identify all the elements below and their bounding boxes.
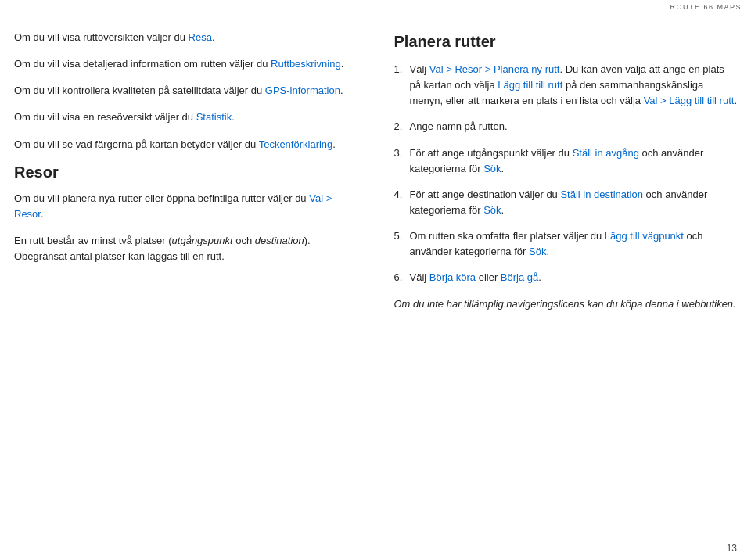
item-1-text: Välj Val > Resor > Planera ny rutt. Du k…: [410, 62, 738, 109]
resa-text-before: Om du vill visa ruttöversikten väljer du: [14, 31, 189, 43]
item1-before: Välj: [410, 63, 429, 75]
item4-link1[interactable]: Ställ in destination: [560, 188, 643, 200]
item-6-text: Välj Börja köra eller Börja gå.: [410, 270, 738, 285]
item1-link2[interactable]: Lägg till till rutt: [498, 79, 562, 91]
item6-before: Välj: [410, 271, 429, 283]
resor-detail-italic1: utgångspunkt: [172, 235, 233, 246]
tecken-link[interactable]: Teckenförklaring: [259, 138, 333, 150]
gps-text-after: .: [340, 84, 343, 96]
list-item-6: 6. Välj Börja köra eller Börja gå.: [394, 270, 738, 285]
item-4-text: För att ange destination väljer du Ställ…: [410, 187, 738, 218]
gps-link[interactable]: GPS-information: [265, 84, 340, 96]
item5-link2[interactable]: Sök: [529, 246, 546, 257]
item3-end: .: [501, 163, 505, 174]
left-column: Om du vill visa ruttöversikten väljer du…: [0, 22, 376, 537]
item-5-text: Om rutten ska omfatta fler platser välje…: [410, 228, 738, 260]
list-item-4: 4. För att ange destination väljer du St…: [394, 187, 738, 218]
item-5-num: 5.: [394, 228, 410, 260]
statistik-link[interactable]: Statistik: [196, 111, 232, 123]
tecken-text-after: .: [332, 138, 336, 150]
tecken-text-before: Om du vill se vad färgerna på kartan bet…: [14, 138, 259, 150]
paragraph-teckenforklaring: Om du vill se vad färgerna på kartan bet…: [14, 137, 358, 153]
page-brand: Route 66 Maps: [670, 3, 742, 11]
item5-link1[interactable]: Lägg till vägpunkt: [605, 230, 684, 242]
ruttbeskrivning-text-before: Om du vill visa detaljerad information o…: [14, 58, 271, 70]
paragraph-gps: Om du vill kontrollera kvaliteten på sat…: [14, 83, 358, 99]
item3-before: För att ange utgångspunkt väljer du: [410, 147, 573, 159]
item-1-num: 1.: [394, 62, 410, 109]
ruttbeskrivning-text-after: .: [341, 58, 344, 70]
resor-detail-before: En rutt består av minst två platser (: [14, 235, 172, 246]
item5-end: .: [546, 246, 549, 257]
item1-link1[interactable]: Val > Resor > Planera ny rutt: [429, 63, 560, 75]
item6-middle: eller: [476, 271, 501, 283]
gps-text-before: Om du vill kontrollera kvaliteten på sat…: [14, 84, 265, 96]
item-2-num: 2.: [394, 119, 410, 135]
resor-detail-italic2: destination: [255, 235, 304, 246]
list-item-3: 3. För att ange utgångspunkt väljer du S…: [394, 145, 738, 177]
page-number: 13: [727, 543, 737, 554]
item-3-text: För att ange utgångspunkt väljer du Stäl…: [410, 145, 738, 177]
resor-detail-middle: och: [233, 235, 255, 246]
item1-link3[interactable]: Val > Lägg till till rutt: [644, 95, 735, 106]
item4-before: För att ange destination väljer du: [410, 188, 561, 200]
item-6-num: 6.: [394, 270, 410, 285]
paragraph-resa: Om du vill visa ruttöversikten väljer du…: [14, 30, 358, 45]
item6-link2[interactable]: Börja gå: [501, 271, 538, 283]
resor-intro-before: Om du vill planera nya rutter eller öppn…: [14, 192, 309, 204]
item3-link1[interactable]: Ställ in avgång: [573, 147, 639, 159]
right-column: Planera rutter 1. Välj Val > Resor > Pla…: [376, 22, 752, 537]
italic-note: Om du inte har tillämplig navigeringslic…: [394, 296, 738, 312]
statistik-text-after: .: [232, 111, 235, 123]
item-4-num: 4.: [394, 187, 410, 218]
paragraph-ruttbeskrivning: Om du vill visa detaljerad information o…: [14, 56, 358, 72]
list-item-5: 5. Om rutten ska omfatta fler platser vä…: [394, 228, 738, 260]
item-2-text: Ange namn på rutten.: [410, 119, 738, 135]
resor-heading: Resor: [14, 163, 358, 181]
resa-link[interactable]: Resa: [189, 31, 212, 43]
statistik-text-before: Om du vill visa en reseöversikt väljer d…: [14, 111, 196, 123]
paragraph-statistik: Om du vill visa en reseöversikt väljer d…: [14, 109, 358, 125]
item5-before: Om rutten ska omfatta fler platser välje…: [410, 230, 605, 242]
item6-end: .: [538, 271, 541, 283]
item1-end: .: [734, 95, 737, 106]
list-item-1: 1. Välj Val > Resor > Planera ny rutt. D…: [394, 62, 738, 109]
item6-link1[interactable]: Börja köra: [429, 271, 476, 283]
resa-text-after: .: [212, 31, 215, 43]
content-area: Om du vill visa ruttöversikten väljer du…: [0, 0, 751, 560]
planera-rutter-heading: Planera rutter: [394, 33, 738, 51]
ruttbeskrivning-link[interactable]: Ruttbeskrivning: [271, 58, 341, 70]
item3-link2[interactable]: Sök: [483, 163, 501, 174]
resor-intro: Om du vill planera nya rutter eller öppn…: [14, 191, 358, 222]
list-item-2: 2. Ange namn på rutten.: [394, 119, 738, 135]
resor-intro-after: .: [41, 208, 44, 220]
item4-link2[interactable]: Sök: [483, 204, 501, 216]
item4-end: .: [501, 204, 505, 216]
resor-detail: En rutt består av minst två platser (utg…: [14, 233, 358, 264]
item-3-num: 3.: [394, 145, 410, 177]
